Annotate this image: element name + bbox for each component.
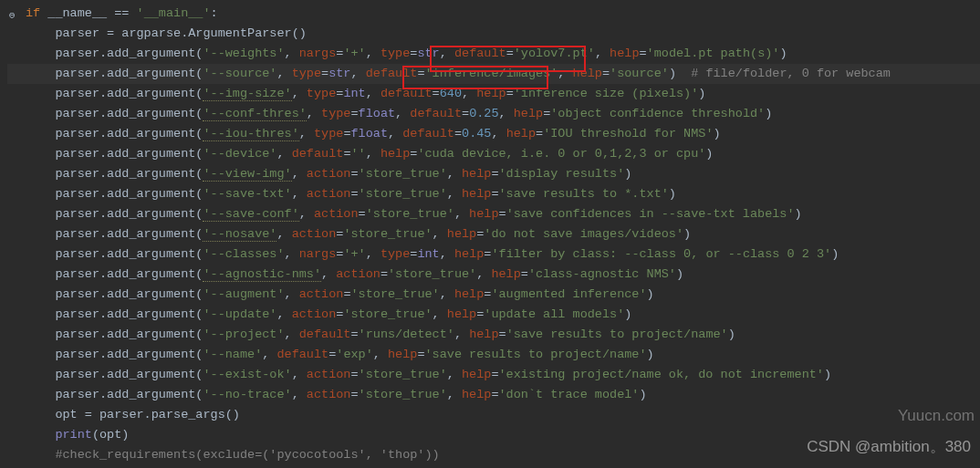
code-token: = (350, 368, 358, 381)
code-token: == (114, 6, 136, 20)
code-token: '--img-size' (203, 87, 291, 101)
code-token: ) (639, 388, 646, 401)
code-token: = (536, 127, 543, 140)
code-token: , (276, 307, 291, 321)
code-token: = (433, 87, 440, 100)
code-token: = (491, 368, 498, 381)
code-token: str (328, 67, 350, 80)
code-token: nargs (299, 247, 337, 261)
code-token: ) (624, 167, 631, 181)
code-token: __name__ (47, 6, 114, 20)
code-token: , (285, 287, 299, 301)
code-token: ) (624, 307, 631, 321)
code-token: parser.add_argument( (55, 247, 203, 261)
code-token: , (433, 307, 447, 321)
code-token: 'inference size (pixels)' (514, 87, 699, 100)
code-token: = (381, 267, 388, 281)
code-token: help (469, 328, 498, 341)
code-token: 'don`t trace model' (499, 388, 640, 401)
code-token: , (285, 328, 299, 341)
code-token: '__main__' (137, 6, 211, 20)
code-token: '--device' (203, 147, 276, 161)
code-token: help (462, 368, 491, 381)
code-token: , (447, 187, 462, 201)
code-token: help (388, 348, 417, 361)
code-token: , (454, 328, 469, 341)
code-line: parser.add_argument('--source', type=str… (7, 64, 980, 84)
code-token: help (462, 167, 491, 181)
code-token: = (491, 167, 498, 181)
code-token: 'augmented inference' (491, 287, 646, 301)
code-token: = (462, 107, 469, 120)
code-token: 'save results to project/name' (425, 348, 647, 361)
code-token: nargs (299, 47, 337, 60)
code-token: parser.add_argument( (55, 87, 203, 100)
code-token: , (440, 287, 454, 301)
code-token: default (276, 348, 328, 361)
code-token: type (381, 47, 410, 60)
code-line: parser.add_argument('--augment', action=… (7, 285, 980, 305)
code-token: '--project' (203, 328, 284, 341)
code-token: int (343, 87, 365, 100)
code-token: = (499, 328, 506, 341)
code-token: , (447, 368, 462, 381)
code-token: 0.45 (462, 127, 491, 140)
code-token: str (417, 47, 439, 60)
code-token: help (447, 307, 476, 321)
code-token: '--source' (203, 67, 276, 80)
code-token: print (55, 428, 92, 442)
code-token: '' (350, 147, 365, 161)
code-token: , (462, 87, 476, 100)
code-token: = (640, 47, 647, 60)
code-token: # file/folder, 0 for webcam (691, 67, 891, 80)
code-token: parser.add_argument( (55, 127, 203, 140)
code-line: parser.add_argument('--save-txt', action… (7, 184, 980, 204)
code-line: parser.add_argument('--agnostic-nms', ac… (7, 265, 980, 285)
code-token: = (350, 187, 358, 201)
code-token: = (602, 67, 610, 80)
code-token: 'model.pt path(s)' (647, 47, 780, 60)
code-token: type (321, 107, 350, 120)
code-token: parser.add_argument( (55, 287, 203, 301)
code-token: '--conf-thres' (203, 107, 306, 121)
code-token: ) (698, 87, 705, 100)
code-token: , (491, 127, 506, 140)
code-token: ) (714, 127, 721, 140)
code-line: parser.add_argument('--no-trace', action… (7, 385, 980, 405)
code-line: parser.add_argument('--device', default=… (7, 144, 980, 164)
watermark-right: Yuucn.com (898, 406, 975, 426)
code-token: help (573, 67, 602, 80)
code-token: '--no-trace' (203, 388, 291, 401)
code-token: default (292, 147, 344, 161)
code-token: ) (824, 368, 831, 381)
code-token: parser.add_argument( (55, 167, 203, 181)
code-line: parser.add_argument('--img-size', type=i… (7, 84, 980, 104)
code-token: 'store_true' (366, 207, 454, 221)
code-token: action (336, 267, 381, 281)
code-token: 'object confidence threshold' (550, 107, 765, 120)
code-line: parser.add_argument('--weights', nargs='… (7, 44, 980, 64)
code-token: #check_requirements(exclude=('pycocotool… (55, 448, 439, 462)
code-token: , (366, 87, 381, 100)
code-token: , (262, 348, 276, 361)
code-token: , (292, 388, 307, 401)
code-line: parser.add_argument('--project', default… (7, 325, 980, 345)
code-token: default (381, 87, 433, 100)
code-token: = (350, 328, 358, 341)
code-token: , (454, 207, 469, 221)
code-token: default (366, 67, 418, 80)
code-token: ) (831, 247, 839, 261)
code-token: 'class-agnostic NMS' (528, 267, 676, 281)
fold-icon[interactable]: ⊖ (9, 5, 20, 16)
code-token: , (285, 47, 299, 60)
code-token: 'save confidences in --save-txt labels' (506, 207, 795, 221)
code-token: = (350, 107, 358, 120)
code-token: help (469, 207, 498, 221)
code-token: ) (705, 147, 713, 161)
code-token: , (388, 127, 402, 140)
code-token: = (506, 47, 514, 60)
code-token: help (381, 147, 410, 161)
code-token: int (417, 247, 439, 261)
code-token: float (359, 107, 396, 120)
code-token: type (381, 247, 410, 261)
